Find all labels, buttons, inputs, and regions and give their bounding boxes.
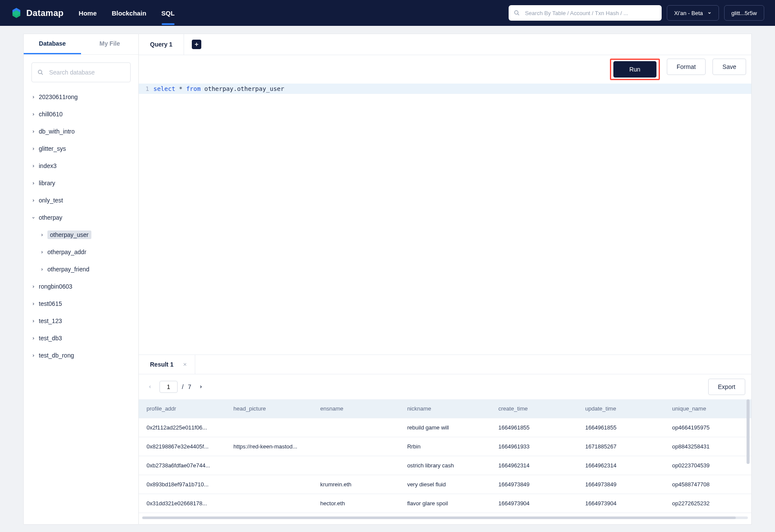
cell-profile_addr: 0x31dd321e02668178...: [139, 494, 226, 513]
scroll-thumb[interactable]: [142, 516, 736, 519]
db-item-only_test[interactable]: only_test: [24, 192, 138, 209]
chevron-right-icon: [40, 233, 44, 237]
global-search-input[interactable]: [509, 5, 662, 21]
pager-next[interactable]: [196, 382, 206, 392]
table-row[interactable]: 0x893bd18ef97a1b710...krumrein.ethvery d…: [139, 475, 751, 494]
result-table-wrap: profile_addrhead_pictureensnamenicknamec…: [139, 399, 751, 513]
cell-head_picture: [226, 456, 313, 475]
vertical-scrollbar[interactable]: [747, 399, 750, 464]
cell-ensname: [312, 418, 400, 437]
sidebar-search-input[interactable]: [31, 62, 131, 82]
account-button[interactable]: glitt...5r5w: [724, 5, 764, 21]
table-row[interactable]: 0x2f112ad225e011f06...rebuild game will1…: [139, 418, 751, 437]
cell-unique_name: op0223704539: [664, 456, 751, 475]
col-header-unique_name[interactable]: unique_name: [664, 399, 751, 418]
table-row[interactable]: 0xb2738a6fdfae07e744...ostrich library c…: [139, 456, 751, 475]
col-header-create_time[interactable]: create_time: [491, 399, 578, 418]
cell-create_time: 1664961933: [491, 437, 578, 456]
db-item-db_with_intro[interactable]: db_with_intro: [24, 123, 138, 140]
tab-myfile[interactable]: My File: [81, 34, 138, 54]
db-item-otherpay[interactable]: otherpay: [24, 209, 138, 226]
chevron-right-icon: [31, 302, 35, 306]
cell-nickname: very diesel fluid: [400, 475, 491, 494]
db-item-label: test_123: [39, 317, 62, 325]
brand-name: Datamap: [26, 8, 64, 18]
db-tree: 20230611rongchill0610db_with_introglitte…: [24, 86, 138, 364]
db-tables: otherpay_userotherpay_addrotherpay_frien…: [24, 226, 138, 278]
result-tab-row: Result 1: [139, 355, 751, 374]
horizontal-scrollbar[interactable]: [142, 515, 748, 521]
nav-blockchain[interactable]: Blockchain: [112, 9, 146, 17]
col-header-head_picture[interactable]: head_picture: [226, 399, 313, 418]
chevron-right-icon: [31, 319, 35, 323]
cell-ensname: hector.eth: [312, 494, 400, 513]
chevron-right-icon: [31, 285, 35, 289]
chevron-right-icon: [31, 354, 35, 358]
col-header-update_time[interactable]: update_time: [578, 399, 665, 418]
db-item-test0615[interactable]: test0615: [24, 295, 138, 312]
region-label: Xi'an - Beta: [674, 10, 703, 16]
cell-head_picture: https://red-keen-mastod...: [226, 437, 313, 456]
sql-editor[interactable]: 1 select * from otherpay.otherpay_user: [139, 84, 751, 94]
close-result-tab[interactable]: [183, 361, 187, 368]
line-number: 1: [139, 85, 153, 92]
page-input[interactable]: [159, 381, 178, 393]
save-button[interactable]: Save: [712, 59, 746, 75]
result-tab-1[interactable]: Result 1: [139, 355, 195, 374]
brand-logo-icon: [11, 7, 22, 19]
pager-prev[interactable]: [145, 382, 155, 392]
db-item-rongbin0603[interactable]: rongbin0603: [24, 278, 138, 295]
region-select[interactable]: Xi'an - Beta: [667, 5, 719, 21]
cell-nickname: Rrbin: [400, 437, 491, 456]
chevron-down-icon: [707, 11, 712, 15]
cell-nickname: ostrich library cash: [400, 456, 491, 475]
table-item-label: otherpay_addr: [47, 248, 86, 256]
table-item-otherpay_friend[interactable]: otherpay_friend: [40, 261, 138, 278]
cell-ensname: [312, 437, 400, 456]
brand: Datamap: [11, 7, 64, 19]
format-button[interactable]: Format: [667, 59, 706, 75]
export-button[interactable]: Export: [708, 379, 745, 395]
table-item-otherpay_user[interactable]: otherpay_user: [40, 226, 138, 243]
db-item-test_db3[interactable]: test_db3: [24, 330, 138, 347]
run-button[interactable]: Run: [613, 61, 656, 78]
query-tab-1[interactable]: Query 1: [139, 34, 184, 55]
db-item-label: test_db_rong: [39, 351, 74, 360]
tab-database[interactable]: Database: [24, 34, 81, 54]
db-item-20230611rong[interactable]: 20230611rong: [24, 88, 138, 106]
result-toolbar: / 7 Export: [139, 374, 751, 399]
editor-fill: [139, 94, 751, 355]
col-header-profile_addr[interactable]: profile_addr: [139, 399, 226, 418]
page-total: 7: [188, 383, 191, 390]
header-right: Xi'an - Beta glitt...5r5w: [509, 5, 764, 21]
db-item-test_db_rong[interactable]: test_db_rong: [24, 347, 138, 364]
cell-unique_name: op4664195975: [664, 418, 751, 437]
nav-home[interactable]: Home: [79, 9, 97, 17]
search-icon: [514, 10, 520, 16]
col-header-nickname[interactable]: nickname: [400, 399, 491, 418]
col-header-ensname[interactable]: ensname: [312, 399, 400, 418]
chevron-right-icon: [31, 199, 35, 202]
svg-line-5: [41, 73, 43, 75]
db-item-index3[interactable]: index3: [24, 157, 138, 174]
table-body: 0x2f112ad225e011f06...rebuild game will1…: [139, 418, 751, 513]
cell-create_time: 1664973849: [491, 475, 578, 494]
db-item-library[interactable]: library: [24, 174, 138, 192]
add-query-tab-button[interactable]: [192, 40, 201, 49]
table-item-label: otherpay_user: [47, 230, 91, 239]
db-item-test_123[interactable]: test_123: [24, 312, 138, 330]
nav-sql[interactable]: SQL: [161, 9, 175, 17]
result-table: profile_addrhead_pictureensnamenicknamec…: [139, 399, 751, 513]
table-item-otherpay_addr[interactable]: otherpay_addr: [40, 243, 138, 261]
table-row[interactable]: 0x82198867e32e4405f...https://red-keen-m…: [139, 437, 751, 456]
db-item-chill0610[interactable]: chill0610: [24, 106, 138, 123]
cell-create_time: 1664973904: [491, 494, 578, 513]
table-row[interactable]: 0x31dd321e02668178...hector.ethflavor gl…: [139, 494, 751, 513]
cell-profile_addr: 0x893bd18ef97a1b710...: [139, 475, 226, 494]
cell-create_time: 1664962314: [491, 456, 578, 475]
chevron-right-icon: [31, 147, 35, 151]
db-item-glitter_sys[interactable]: glitter_sys: [24, 140, 138, 157]
cell-unique_name: op4588747708: [664, 475, 751, 494]
sql-identifier: otherpay.otherpay_user: [204, 85, 284, 92]
chevron-right-icon: [40, 250, 44, 254]
